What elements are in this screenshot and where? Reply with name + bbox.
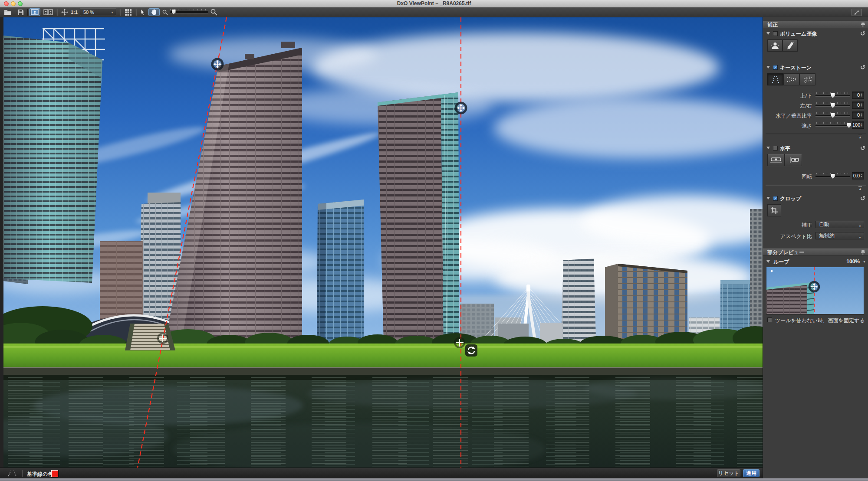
single-image-view-button[interactable]: [29, 8, 40, 16]
grid-overlay-button[interactable]: [122, 8, 134, 16]
volume-checkbox[interactable]: [773, 31, 778, 36]
slider-thumb[interactable]: [831, 113, 835, 118]
minimize-button[interactable]: [11, 1, 16, 6]
section-crop[interactable]: ✓ クロップ ↻: [763, 195, 868, 203]
volume-portrait-button[interactable]: [767, 39, 783, 52]
save-button[interactable]: [15, 8, 26, 16]
baseline-color-swatch[interactable]: [51, 470, 58, 477]
slider-row-hvratio: 水平／垂直比率 0▲▼: [763, 111, 868, 120]
stepper-arrows[interactable]: ▲▼: [860, 112, 863, 119]
stepper-arrows[interactable]: ▲▼: [860, 173, 863, 180]
slider-label: 左/右: [763, 102, 812, 110]
rotate-icon[interactable]: [465, 344, 477, 357]
stepper-arrows[interactable]: ▲▼: [860, 122, 863, 129]
strength-value[interactable]: 100▲▼: [852, 121, 864, 129]
ratio-label[interactable]: 1:1: [71, 10, 78, 15]
zoom-out-button[interactable]: [161, 8, 168, 16]
leftright-slider[interactable]: [815, 105, 850, 106]
keystone-vertical-button[interactable]: [767, 73, 783, 85]
updown-slider[interactable]: [815, 95, 850, 96]
reset-icon[interactable]: ↻: [860, 64, 865, 71]
horizon-checkbox[interactable]: [773, 146, 778, 151]
keystone-both-button[interactable]: [799, 73, 815, 85]
stepper-arrows[interactable]: ▲▼: [860, 102, 863, 109]
volume-diagonal-button[interactable]: [783, 39, 798, 52]
leftright-value[interactable]: 0▲▼: [852, 101, 864, 109]
pin-icon[interactable]: [861, 250, 865, 255]
level-horizontal-icon: [770, 157, 782, 164]
crop-correction-select[interactable]: 自動 ▼: [815, 221, 864, 228]
folder-icon: [4, 9, 12, 15]
strength-slider[interactable]: [815, 125, 850, 126]
stepper-arrows[interactable]: ▲▼: [860, 92, 863, 99]
collapse-icon[interactable]: ▲: [858, 135, 862, 139]
open-file-button[interactable]: [3, 8, 13, 16]
chevron-down-icon: ▼: [858, 234, 861, 241]
crop-icon: [770, 206, 778, 214]
panel-header-preview[interactable]: 部分プレビュー: [763, 249, 868, 256]
guide-anchor-bottom-left[interactable]: [158, 334, 168, 343]
zoom-select[interactable]: 50 % ▼: [80, 8, 116, 16]
window-bottom-edge: [0, 478, 868, 481]
rotation-slider[interactable]: [815, 176, 850, 177]
loupe-zoom-value[interactable]: 100%: [846, 258, 860, 265]
slider-thumb[interactable]: [847, 123, 851, 128]
move-tool-button[interactable]: [59, 8, 70, 16]
section-volume-label: ボリューム歪像: [780, 30, 817, 38]
guide-anchor-top-right[interactable]: [456, 103, 466, 113]
slider-row-strength: 強さ 100▲▼: [763, 121, 868, 130]
keystone-checkbox[interactable]: ✓: [773, 65, 778, 70]
section-horizon[interactable]: 水平 ↻: [763, 144, 868, 152]
level-vertical-button[interactable]: [785, 154, 802, 166]
section-keystone[interactable]: ✓ キーストーン ↻: [763, 64, 868, 72]
zoom-in-button[interactable]: [210, 8, 218, 16]
dual-image-view-button[interactable]: [42, 8, 54, 16]
chevron-down-icon[interactable]: [766, 147, 770, 149]
section-volume[interactable]: ボリューム歪像 ↻: [763, 30, 868, 38]
lock-screen-checkbox[interactable]: [767, 317, 772, 322]
loupe-row[interactable]: ループ 100% ▼: [763, 258, 868, 266]
collapse-icon[interactable]: ▲: [858, 187, 862, 191]
slider-thumb[interactable]: [831, 103, 835, 108]
chevron-down-icon[interactable]: [766, 66, 770, 69]
pin-icon[interactable]: [861, 22, 865, 27]
updown-value[interactable]: 0▲▼: [852, 92, 864, 99]
slider-label: 強さ: [763, 122, 812, 130]
level-horizontal-button[interactable]: [767, 154, 785, 166]
hand-tool-button[interactable]: [148, 8, 160, 16]
slider-thumb[interactable]: [831, 174, 835, 179]
reset-icon[interactable]: ↻: [860, 195, 865, 202]
zoom-slider[interactable]: [170, 11, 208, 13]
guide-anchor-top-left[interactable]: [212, 59, 223, 69]
reset-icon[interactable]: ↻: [860, 144, 865, 151]
apply-button[interactable]: 適用: [743, 469, 760, 477]
chevron-down-icon[interactable]: [766, 197, 770, 200]
hvratio-value[interactable]: 0▲▼: [852, 111, 864, 119]
tower-teal: [378, 92, 459, 343]
crop-tool-button[interactable]: [767, 204, 781, 216]
photo-canvas[interactable]: [3, 17, 763, 468]
chevron-down-icon[interactable]: [766, 32, 770, 35]
reset-icon[interactable]: ↻: [860, 30, 865, 37]
panel-header-label: 部分プレビュー: [767, 249, 804, 255]
slider-thumb[interactable]: [831, 93, 835, 98]
zoom-slider-thumb[interactable]: [172, 10, 176, 14]
crop-aspect-select[interactable]: 無制約 ▼: [815, 232, 864, 239]
fullscreen-button[interactable]: [852, 9, 862, 16]
water: [3, 375, 763, 468]
zoom-window-button[interactable]: [18, 1, 23, 6]
keystone-horizontal-button[interactable]: [783, 73, 799, 85]
panel-header-correction[interactable]: 補正: [763, 21, 868, 28]
hvratio-slider[interactable]: [815, 115, 850, 116]
guide-anchor-bottom-right[interactable]: [455, 338, 464, 347]
rotation-value[interactable]: 0.0▲▼: [852, 172, 864, 180]
crop-checkbox[interactable]: ✓: [773, 196, 778, 201]
reset-button[interactable]: リセット: [717, 469, 740, 477]
select-tool-button[interactable]: [138, 8, 148, 16]
lock-screen-row[interactable]: ツールを使わない時、画面を固定する: [763, 317, 868, 324]
titlebar[interactable]: DxO ViewPoint – _R8A0265.tif: [0, 0, 868, 8]
chevron-down-icon[interactable]: ▼: [863, 260, 866, 263]
loupe-preview[interactable]: [766, 267, 864, 314]
close-button[interactable]: [4, 1, 9, 6]
chevron-down-icon[interactable]: [766, 260, 770, 263]
